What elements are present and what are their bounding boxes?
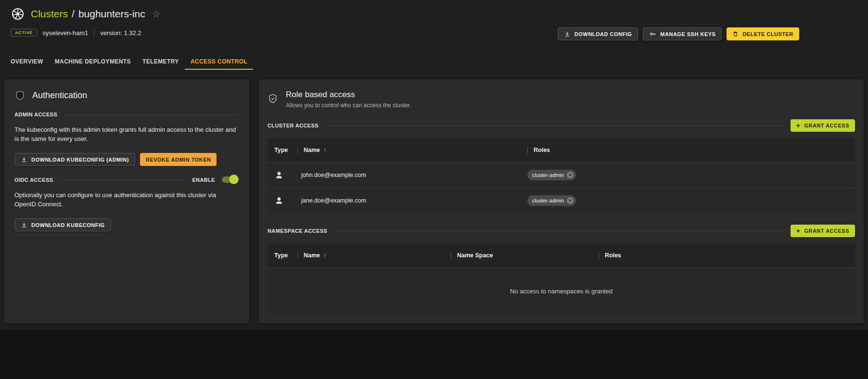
favorite-star-icon[interactable]: ☆ (152, 9, 161, 19)
rbac-title: Role based access (286, 90, 411, 100)
download-kubeconfig-label: DOWNLOAD KUBECONFIG (31, 222, 105, 228)
rbac-shield-icon (268, 93, 278, 104)
user-icon (274, 170, 284, 180)
column-divider (599, 252, 599, 259)
plus-icon: + (796, 122, 801, 129)
column-divider (527, 147, 528, 153)
rbac-subtitle: Allows you to control who can access the… (286, 102, 411, 109)
column-divider (297, 252, 298, 259)
tab-overview[interactable]: OVERVIEW (5, 54, 49, 70)
role-chip-label: cluster-admin (532, 198, 564, 203)
oidc-enable-label: ENABLE (192, 177, 215, 183)
revoke-admin-token-label: REVOKE ADMIN TOKEN (146, 157, 211, 163)
oidc-enable-toggle[interactable] (222, 177, 237, 183)
download-kubeconfig-admin-button[interactable]: DOWNLOAD KUBECONFIG (ADMIN) (14, 153, 135, 166)
column-divider (451, 252, 451, 259)
admin-access-description: The kubeconfig with this admin token gra… (14, 125, 239, 143)
table-header-row: Type Name ↑ Roles (268, 138, 855, 162)
column-header-roles-label: Roles (605, 252, 621, 259)
authentication-title: Authentication (32, 90, 87, 101)
column-header-type: Type (268, 147, 297, 153)
sort-ascending-icon: ↑ (323, 147, 326, 153)
column-header-name[interactable]: Name ↑ (297, 147, 527, 153)
download-icon (21, 222, 27, 228)
download-config-button[interactable]: DOWNLOAD CONFIG (558, 27, 638, 40)
delete-cluster-button[interactable]: DELETE CLUSTER (727, 27, 799, 40)
cluster-name: bughunters-inc (78, 8, 145, 20)
oidc-access-description: Optionally you can configure to use auth… (14, 190, 239, 209)
table-row: john.doe@example.com cluster-admin ✕ (268, 162, 855, 188)
tab-telemetry[interactable]: TELEMETRY (137, 54, 185, 70)
cluster-access-table: Type Name ↑ Roles john.doe@example.com c… (268, 138, 855, 213)
breadcrumb: Clusters / bughunters-inc (31, 8, 145, 20)
namespace-access-table: Type Name ↑ Name Space Roles No access t… (268, 243, 855, 314)
table-header-row: Type Name ↑ Name Space Roles (268, 243, 855, 267)
role-chip: cluster-admin ✕ (527, 195, 576, 206)
manage-ssh-keys-button[interactable]: MANAGE SSH KEYS (643, 27, 722, 40)
header-actions: DOWNLOAD CONFIG MANAGE SSH KEYS DELETE C… (558, 27, 799, 40)
grant-namespace-access-button[interactable]: + GRANT ACCESS (791, 225, 855, 237)
access-user-name: jane.doe@example.com (297, 197, 527, 204)
section-divider (64, 114, 239, 115)
page-header: Clusters / bughunters-inc ☆ ACTIVE sysel… (11, 7, 161, 37)
column-header-type: Type (268, 252, 297, 259)
toggle-knob (229, 175, 239, 184)
kubernetes-logo-icon (11, 7, 25, 21)
authentication-panel: Authentication ADMIN ACCESS The kubeconf… (4, 79, 249, 323)
user-icon (274, 196, 284, 205)
section-divider (334, 231, 783, 231)
role-chip-label: cluster-admin (532, 172, 564, 178)
download-config-label: DOWNLOAD CONFIG (574, 31, 632, 37)
download-icon (21, 156, 27, 163)
column-header-namespace-label: Name Space (457, 252, 493, 259)
grant-cluster-access-label: GRANT ACCESS (804, 123, 849, 128)
role-chip: cluster-admin ✕ (527, 170, 576, 180)
table-row: jane.doe@example.com cluster-admin ✕ (268, 188, 855, 213)
breadcrumb-separator: / (72, 8, 75, 20)
key-icon (649, 30, 656, 38)
column-header-name[interactable]: Name ↑ (297, 252, 451, 259)
status-badge: ACTIVE (11, 29, 37, 37)
grant-cluster-access-button[interactable]: + GRANT ACCESS (791, 119, 855, 132)
sort-ascending-icon: ↑ (323, 252, 326, 259)
authentication-shield-icon (14, 90, 26, 101)
namespace-access-empty-state: No access to namespaces is granted (268, 267, 855, 314)
column-divider (297, 147, 298, 153)
column-header-name-label: Name (304, 252, 320, 259)
manage-ssh-keys-label: MANAGE SSH KEYS (660, 31, 715, 37)
column-header-namespace: Name Space (451, 252, 599, 259)
admin-access-label: ADMIN ACCESS (14, 112, 57, 117)
oidc-access-label: OIDC ACCESS (14, 177, 53, 183)
download-kubeconfig-button[interactable]: DOWNLOAD KUBECONFIG (14, 218, 111, 231)
column-header-roles-label: Roles (534, 147, 550, 153)
role-based-access-panel: Role based access Allows you to control … (259, 79, 864, 323)
cluster-access-label: CLUSTER ACCESS (268, 123, 319, 128)
remove-role-icon[interactable]: ✕ (567, 172, 574, 178)
download-icon (564, 31, 571, 38)
trash-icon (732, 31, 739, 37)
meta-divider (94, 29, 94, 37)
plus-icon: + (796, 227, 801, 235)
download-kubeconfig-admin-label: DOWNLOAD KUBECONFIG (ADMIN) (31, 157, 129, 163)
column-header-name-label: Name (304, 147, 320, 153)
access-user-name: john.doe@example.com (297, 172, 527, 178)
remove-role-icon[interactable]: ✕ (567, 197, 574, 204)
grant-namespace-access-label: GRANT ACCESS (804, 228, 849, 234)
section-divider (60, 179, 184, 180)
tab-machine-deployments[interactable]: MACHINE DEPLOYMENTS (49, 54, 137, 70)
column-header-roles: Roles (527, 147, 855, 153)
datacenter-label: syseleven-ham1 (43, 29, 89, 37)
column-header-roles: Roles (599, 252, 855, 259)
tab-bar: OVERVIEW MACHINE DEPLOYMENTS TELEMETRY A… (5, 54, 253, 70)
revoke-admin-token-button[interactable]: REVOKE ADMIN TOKEN (140, 153, 217, 166)
section-divider (325, 126, 784, 126)
namespace-access-label: NAMESPACE ACCESS (268, 228, 327, 234)
breadcrumb-clusters-link[interactable]: Clusters (31, 8, 68, 20)
version-label: version: 1.32.2 (100, 29, 141, 37)
tab-access-control[interactable]: ACCESS CONTROL (185, 54, 253, 70)
delete-cluster-label: DELETE CLUSTER (742, 31, 793, 37)
